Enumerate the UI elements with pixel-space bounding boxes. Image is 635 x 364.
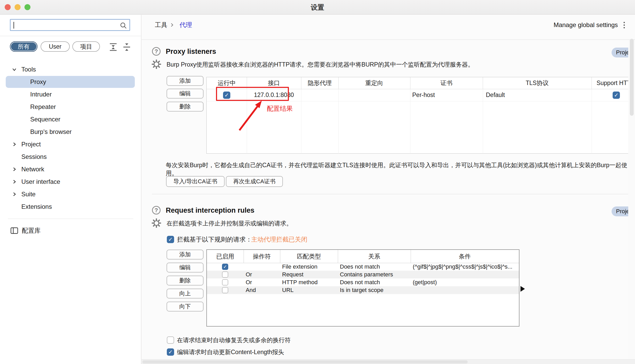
section-divider: [152, 194, 630, 194]
breadcrumb-proxy[interactable]: 代理: [180, 21, 192, 29]
main-panel: 工具 代理 Manage global settings ? Proxy lis…: [142, 15, 635, 364]
rule-enabled-checkbox[interactable]: [222, 271, 228, 278]
tree-item-burps-browser[interactable]: Burp's browser: [0, 126, 141, 138]
expand-all-icon[interactable]: [108, 42, 118, 52]
rule-enabled-checkbox[interactable]: [222, 287, 228, 293]
kebab-menu-icon[interactable]: [621, 21, 627, 29]
col-header-condition[interactable]: 条件: [411, 250, 519, 263]
tree-item-sequencer[interactable]: Sequencer: [0, 113, 141, 126]
listener-add-button[interactable]: 添加: [167, 76, 204, 86]
interception-rules-title: Request interception rules: [166, 206, 255, 214]
import-export-ca-button[interactable]: 导入/导出CA证书: [166, 176, 225, 187]
listener-remove-button[interactable]: 删除: [167, 102, 204, 112]
update-content-length-label: 编辑请求时自动更新Content-Length报头: [177, 348, 284, 356]
chevron-right-icon[interactable]: [11, 191, 17, 197]
rule-row[interactable]: Or HTTP method Does not match (get|post): [207, 278, 519, 286]
horizontal-scrollbar-thumb[interactable]: [142, 360, 468, 363]
update-content-length-checkbox[interactable]: [167, 348, 174, 356]
filter-user[interactable]: User: [41, 41, 70, 52]
sidebar-divider: [0, 36, 141, 36]
chevron-right-icon[interactable]: [11, 179, 17, 185]
intercept-requests-label: 拦截基于以下规则的请求：: [177, 236, 252, 243]
rule-remove-button[interactable]: 删除: [167, 276, 204, 285]
tree-item-sessions[interactable]: Sessions: [0, 151, 141, 163]
col-header-relationship[interactable]: 关系: [338, 250, 411, 263]
listener-support-http-checkbox[interactable]: [613, 92, 620, 99]
col-header-certificate[interactable]: 证书: [410, 77, 483, 89]
tree-item-suite[interactable]: Suite: [0, 188, 141, 200]
settings-sidebar: 所有 User 项目 Tools Proxy Intruder: [0, 15, 141, 364]
search-input[interactable]: [10, 19, 130, 31]
window-title: 设置: [0, 0, 635, 15]
config-library-item[interactable]: 配置库: [0, 224, 141, 237]
rule-row[interactable]: File extension Does not match (^gif$|^jp…: [207, 263, 519, 271]
intercept-requests-checkbox[interactable]: [167, 236, 174, 243]
tree-item-extensions[interactable]: Extensions: [0, 200, 141, 213]
rule-edit-button[interactable]: 编辑: [167, 263, 204, 272]
tree-item-network[interactable]: Network: [0, 163, 141, 176]
horizontal-scrollbar-track[interactable]: [142, 359, 635, 364]
col-header-invisible[interactable]: 隐形代理: [301, 77, 338, 89]
gear-icon: [151, 59, 162, 69]
tree-item-repeater[interactable]: Repeater: [0, 101, 141, 113]
chevron-down-icon[interactable]: [11, 67, 17, 72]
vertical-scrollbar-thumb[interactable]: [630, 39, 634, 116]
search-icon: [120, 22, 127, 29]
col-header-match-type[interactable]: 匹配类型: [280, 250, 338, 263]
help-icon[interactable]: ?: [152, 206, 161, 214]
col-header-operator[interactable]: 操作符: [244, 250, 280, 263]
chevron-right-icon[interactable]: [11, 166, 17, 172]
breadcrumb-tools[interactable]: 工具: [155, 21, 167, 29]
fix-newlines-checkbox[interactable]: [167, 336, 174, 344]
proxy-listeners-description: Burp Proxy使用监听器接收来自浏览器的HTTP请求。您需要在浏览器中将B…: [167, 61, 474, 69]
help-icon[interactable]: ?: [152, 47, 161, 56]
interception-rules-description: 在拦截选项卡上停止并控制显示或编辑的请求。: [167, 219, 292, 228]
tree-item-project[interactable]: Project: [0, 138, 141, 151]
text-cursor: [14, 22, 14, 29]
proxy-listeners-title: Proxy listeners: [166, 48, 216, 56]
listener-tls-cell[interactable]: Default: [486, 89, 564, 101]
ca-certificate-text: 每次安装Burp时，它都会生成自己的CA证书，并在代理监听器建立TLS连接时使用…: [166, 161, 635, 177]
rule-down-button[interactable]: 向下: [167, 302, 204, 311]
sidebar-divider: [8, 219, 133, 219]
highlight-rectangle: [216, 87, 289, 101]
breadcrumb-separator-icon: [169, 21, 175, 29]
gear-icon: [151, 218, 162, 228]
col-header-enabled[interactable]: 已启用: [207, 250, 244, 263]
tree-item-proxy[interactable]: Proxy: [0, 76, 141, 88]
annotation-label: 配置结果: [267, 104, 293, 113]
settings-window: 设置 所有 User 项目 Tools: [0, 0, 635, 364]
fix-newlines-label: 在请求结束时自动修复丢失或多余的换行符: [177, 336, 291, 344]
rule-row[interactable]: Or Request Contains parameters: [207, 271, 519, 278]
intercept-status-text: 主动代理拦截已关闭: [251, 236, 307, 243]
collapse-all-icon[interactable]: [122, 42, 132, 52]
col-header-redirect[interactable]: 重定向: [338, 77, 410, 89]
header-divider: [142, 40, 635, 40]
manage-global-settings-link[interactable]: Manage global settings: [554, 21, 618, 29]
regenerate-ca-button[interactable]: 再次生成CA证书: [226, 176, 283, 187]
rule-row[interactable]: And URL Is in target scope: [207, 286, 519, 294]
title-bar: 设置: [0, 0, 635, 15]
interception-rules-table[interactable]: 已启用 操作符 匹配类型 关系 条件 File extension Does n…: [206, 249, 519, 327]
filter-all[interactable]: 所有: [10, 41, 37, 52]
listener-edit-button[interactable]: 编辑: [167, 89, 204, 99]
library-icon: [10, 227, 18, 234]
chevron-right-icon[interactable]: [11, 141, 17, 147]
listener-certificate-cell[interactable]: Per-host: [412, 89, 480, 101]
tree-item-intruder[interactable]: Intruder: [0, 88, 141, 101]
row-marker-icon: [520, 286, 525, 292]
rule-add-button[interactable]: 添加: [167, 250, 204, 259]
rule-enabled-checkbox[interactable]: [222, 279, 228, 285]
tree-item-tools[interactable]: Tools: [0, 63, 141, 76]
tree-item-user-interface[interactable]: User interface: [0, 176, 141, 188]
col-header-tls[interactable]: TLS协议: [483, 77, 592, 89]
rule-enabled-checkbox[interactable]: [222, 264, 228, 270]
filter-project[interactable]: 项目: [72, 41, 100, 52]
rule-up-button[interactable]: 向上: [167, 289, 204, 298]
